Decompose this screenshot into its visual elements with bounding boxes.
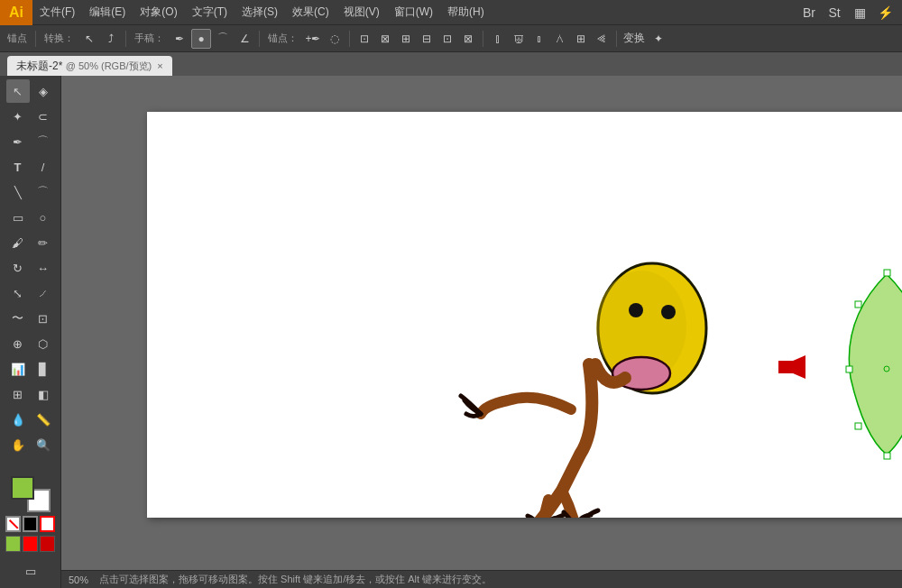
swap-color-btn[interactable] [23,516,38,532]
pen-tool-btn[interactable]: ✒ [170,29,189,49]
status-bar: 50% 点击可选择图案，拖移可移动图案。按住 Shift 键来追加/移去，或按住… [61,570,902,588]
live-paint-btn[interactable]: ⬡ [32,332,55,355]
touch-type-btn[interactable]: / [32,155,55,179]
mesh-btn[interactable]: ⊞ [6,382,30,406]
menu-edit[interactable]: 编辑(E) [82,0,133,24]
document-tab[interactable]: 未标题-2* @ 50% (RGB/预览) × [7,56,172,76]
distrib-sp-btn[interactable]: ⫷ [592,29,612,49]
menu-file[interactable]: 文件(F) [32,0,82,24]
align-mid-btn[interactable]: ⊡ [437,29,457,49]
transform-btn2[interactable]: ⤴ [101,29,121,49]
transform-btn1[interactable]: ↖ [79,29,99,49]
distrib-h-btn[interactable]: ⫿ [488,29,508,49]
svg-point-3 [661,305,676,319]
green-teardrop[interactable] [846,270,902,459]
pen-label: 手稿： [131,32,168,45]
toolbar: 锚点 转换： ↖ ⤴ 手稿： ✒ ● ⌒ ∠ 锚点： +✒ ◌ ⊡ ⊠ ⊞ ⊟ … [0,25,902,52]
zoom-level[interactable]: 50% [69,574,88,585]
svg-rect-7 [884,453,890,459]
pen-option-btn[interactable]: ● [191,29,211,49]
menu-help[interactable]: 帮助(H) [440,0,492,24]
artboard-btn[interactable]: ▭ [19,559,42,583]
anchor-remove-btn[interactable]: ◌ [325,29,345,49]
grid-icon[interactable]: ▦ [850,3,870,23]
align-top-btn[interactable]: ⊟ [417,29,437,49]
align-left-btn[interactable]: ⊡ [354,29,374,49]
green-swatch[interactable] [5,536,21,552]
blob-btn[interactable]: ✏ [32,231,55,254]
tab-close-btn[interactable]: × [157,60,162,71]
line-tool-btn[interactable]: ╲ [6,180,30,204]
arrow-left [778,355,805,379]
arc-btn[interactable]: ⌒ [32,180,55,204]
pen-tool-left-btn[interactable]: ✒ [6,130,30,153]
distrib-top-btn[interactable]: ⫾ [529,29,549,49]
tool-row-12: 📊 ▊ [2,357,59,381]
column-graph-btn[interactable]: 📊 [6,357,30,381]
direct-select-btn[interactable]: ◈ [32,79,55,103]
transform-panel-btn[interactable]: 变换 [621,29,647,49]
zoom-btn[interactable]: 🔍 [32,433,55,456]
fill-color[interactable] [11,476,34,500]
color-small-row [5,516,55,532]
menu-object[interactable]: 对象(O) [133,0,184,24]
menu-text[interactable]: 文字(T) [185,0,235,24]
red-swatch[interactable] [23,536,38,552]
stock-icon[interactable]: St [824,3,844,23]
gradient-tool-btn[interactable]: ◧ [32,382,55,406]
paintbrush-btn[interactable]: 🖌 [6,231,30,254]
menu-effect[interactable]: 效果(C) [285,0,336,24]
distrib-ctr-btn[interactable]: ⩑ [550,29,570,49]
align-center-btn[interactable]: ⊠ [375,29,395,49]
rect-btn[interactable]: ▭ [6,206,30,229]
bar-graph-btn[interactable]: ▊ [32,357,55,381]
align-right-btn[interactable]: ⊞ [396,29,416,49]
menubar-right-icons: Br St ▦ ⚡ [799,3,902,23]
curvature-btn[interactable]: ⌒ [32,130,55,153]
scale-btn[interactable]: ⤡ [6,281,30,305]
shape-builder-btn[interactable]: ⊕ [6,332,30,355]
red-swatch2[interactable] [40,536,55,552]
app-logo: Ai [0,0,32,25]
select-tool-btn[interactable]: ↖ [6,79,30,103]
bridge-icon[interactable]: Br [799,3,819,23]
shear-tool-btn[interactable]: ⟋ [32,281,55,305]
tool-row-15: ✋ 🔍 [2,433,59,456]
pen-corner-btn[interactable]: ∠ [235,29,254,49]
color-mode-btn[interactable] [40,516,55,532]
canvas-area: 50% 点击可选择图案，拖移可移动图案。按住 Shift 键来追加/移去，或按住… [61,76,902,588]
hand-btn[interactable]: ✋ [6,433,30,456]
type-tool-btn[interactable]: T [6,155,30,179]
eyedropper-btn[interactable]: 💧 [6,408,30,431]
align-group: ⊡ ⊠ ⊞ ⊟ ⊡ ⊠ [354,29,478,49]
artwork-svg [147,112,902,518]
measure-btn[interactable]: 📏 [32,408,55,431]
shear-btn[interactable]: ✦ [649,29,668,49]
menu-view[interactable]: 视图(V) [336,0,387,24]
align-bottom-btn[interactable]: ⊠ [458,29,478,49]
transform-label: 转换： [41,32,78,45]
distrib-bot-btn[interactable]: ⊞ [571,29,591,49]
pen-smooth-btn[interactable]: ⌒ [213,29,233,49]
status-info: 点击可选择图案，拖移可移动图案。按住 Shift 键来追加/移去，或按住 Alt… [99,573,492,586]
menu-window[interactable]: 窗口(W) [387,0,440,24]
reflect-btn[interactable]: ↔ [32,256,55,280]
svg-rect-8 [846,366,852,372]
warp-btn[interactable]: 〜 [6,307,30,330]
tool-row-11: ⊕ ⬡ [2,332,59,355]
svg-rect-15 [778,361,796,373]
tool-row-2: ✦ ⊂ [2,105,59,128]
anchor-label: 锚点 [4,32,31,45]
distrib-group: ⫿ ⩐ ⫾ ⩑ ⊞ ⫷ [488,29,612,49]
free-transform-btn[interactable]: ⊡ [32,307,55,330]
color-none-btn[interactable] [5,516,21,532]
magic-wand-btn[interactable]: ✦ [6,105,30,128]
lasso-btn[interactable]: ⊂ [32,105,55,128]
anchor-add-btn[interactable]: +✒ [303,29,323,49]
tool-row-3: ✒ ⌒ [2,130,59,153]
rotate-btn[interactable]: ↻ [6,256,30,280]
menu-select[interactable]: 选择(S) [235,0,285,24]
ellipse-btn[interactable]: ○ [32,206,55,229]
distrib-v-btn[interactable]: ⩐ [509,29,529,49]
sync-icon[interactable]: ⚡ [875,3,895,23]
